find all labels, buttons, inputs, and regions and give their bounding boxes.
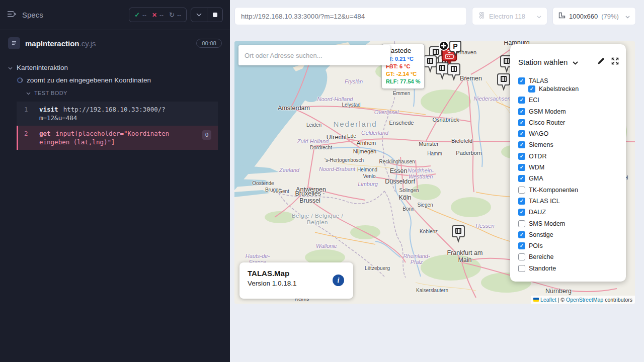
specs-menu-icon[interactable] bbox=[7, 11, 17, 20]
spec-file-row[interactable]: mapInteraction.cy.js 00:08 bbox=[0, 30, 230, 56]
command-message: getinput[placeholder="Koordinaten eingeb… bbox=[39, 129, 201, 146]
layer-item-wdm[interactable]: ✓WDM bbox=[518, 163, 626, 171]
layer-item-standorte[interactable]: Standorte bbox=[518, 264, 626, 273]
checkbox-unchecked[interactable] bbox=[518, 187, 525, 194]
chevron-down-icon[interactable] bbox=[573, 58, 578, 67]
panel-title: Station wählen bbox=[518, 58, 568, 66]
spec-duration-badge: 00:08 bbox=[196, 39, 222, 48]
checkbox-unchecked[interactable] bbox=[518, 265, 525, 272]
checkbox-checked[interactable]: ✓ bbox=[518, 119, 525, 126]
station-marker-icon[interactable] bbox=[451, 225, 466, 245]
checkbox-checked[interactable]: ✓ bbox=[518, 175, 525, 182]
run-controls bbox=[191, 8, 223, 22]
layer-label: GMA bbox=[529, 175, 543, 182]
collapse-chevron-button[interactable] bbox=[191, 8, 207, 22]
checkbox-checked[interactable]: ✓ bbox=[518, 153, 525, 160]
layer-item-dauz[interactable]: ✓DAUZ bbox=[518, 208, 626, 216]
expand-icon[interactable] bbox=[611, 57, 619, 67]
viewport-select[interactable]: 1000x660 (79%) bbox=[552, 7, 636, 25]
checkbox-checked[interactable]: ✓ bbox=[528, 85, 535, 93]
cypress-reporter-sidebar: Specs ✓-- ✕-- ↻-- mapInteraction.cy.js 0… bbox=[0, 0, 230, 362]
test-stats: ✓-- ✕-- ↻-- bbox=[129, 8, 187, 22]
layer-item-gsm-modem[interactable]: ✓GSM Modem bbox=[518, 108, 626, 116]
layer-label: Cisco Router bbox=[529, 119, 565, 126]
panel-header: Station wählen bbox=[518, 57, 626, 67]
info-icon[interactable]: i bbox=[333, 275, 344, 286]
chevron-down-icon bbox=[625, 13, 630, 20]
browser-label: Electron 118 bbox=[489, 13, 525, 20]
layer-item-siemens[interactable]: ✓Siemens bbox=[518, 141, 626, 149]
layer-label: WAGO bbox=[529, 130, 548, 137]
checkbox-checked[interactable]: ✓ bbox=[518, 209, 525, 216]
checkbox-checked[interactable]: ✓ bbox=[518, 130, 525, 137]
map-search-input[interactable] bbox=[238, 45, 390, 65]
layer-label: Standorte bbox=[529, 265, 556, 272]
checkbox-checked[interactable]: ✓ bbox=[518, 242, 525, 249]
checkbox-checked[interactable]: ✓ bbox=[518, 108, 525, 115]
checkbox-checked[interactable]: ✓ bbox=[518, 97, 525, 104]
tooltip-value-row: RLF: 77.54 % bbox=[386, 78, 420, 85]
layer-label: TALAS ICL bbox=[529, 198, 560, 205]
pending-refresh-icon: ↻ bbox=[169, 11, 175, 19]
test-body-section[interactable]: TEST BODY bbox=[0, 86, 230, 100]
tooltip-station-name: Rastede bbox=[386, 47, 420, 54]
layer-checkbox-list: ✓TALAS✓Kabelstrecken✓ECI✓GSM Modem✓Cisco… bbox=[518, 77, 626, 273]
layer-label: OTDR bbox=[529, 153, 546, 160]
osm-link[interactable]: OpenStreetMap bbox=[566, 297, 603, 303]
layer-label: TK-Komponenten bbox=[529, 187, 578, 194]
plus-marker-icon[interactable] bbox=[438, 41, 449, 53]
layer-item-sonstige[interactable]: ✓Sonstige bbox=[518, 231, 626, 239]
layer-item-talas-icl[interactable]: ✓TALAS ICL bbox=[518, 197, 626, 205]
layer-label: TALAS bbox=[529, 77, 548, 84]
layer-item-gma[interactable]: ✓GMA bbox=[518, 174, 626, 183]
layer-label: Bereiche bbox=[529, 253, 553, 260]
test-tree: Karteninteraktion zoomt zu den eingegebe… bbox=[0, 56, 230, 150]
browser-select[interactable]: Electron 118 bbox=[472, 7, 547, 25]
test-row[interactable]: zoomt zu den eingegebenen Koordinaten bbox=[0, 74, 230, 86]
leaflet-link[interactable]: Leaflet bbox=[540, 297, 556, 303]
command-number: 2 bbox=[24, 129, 39, 146]
command-row-get[interactable]: 2getinput[placeholder="Koordinaten einge… bbox=[17, 126, 218, 150]
layer-item-sms-modem[interactable]: SMS Modem bbox=[518, 220, 626, 228]
checkbox-checked[interactable]: ✓ bbox=[518, 198, 525, 205]
url-input[interactable] bbox=[234, 7, 467, 25]
checkbox-checked[interactable]: ✓ bbox=[518, 164, 525, 171]
command-count-badge: 0 bbox=[202, 130, 211, 140]
layer-label: ECI bbox=[529, 97, 539, 104]
stop-button[interactable] bbox=[207, 8, 222, 22]
command-number: 1 bbox=[24, 105, 39, 122]
aut-panel: Electron 118 1000x660 (79%) bbox=[230, 0, 644, 362]
layer-item-cisco-router[interactable]: ✓Cisco Router bbox=[518, 119, 626, 127]
spec-file-icon bbox=[8, 37, 20, 49]
tooltip-value-row: LT: 0.21 °C bbox=[386, 55, 420, 63]
stop-icon bbox=[213, 13, 217, 17]
layer-item-wago[interactable]: ✓WAGO bbox=[518, 130, 626, 138]
layer-item-tk-komponenten[interactable]: TK-Komponenten bbox=[518, 186, 626, 194]
checkbox-checked[interactable]: ✓ bbox=[518, 77, 525, 84]
checkbox-checked[interactable]: ✓ bbox=[518, 231, 525, 238]
layer-item-kabelstrecken[interactable]: ✓Kabelstrecken bbox=[518, 85, 626, 93]
viewport-ruler-icon bbox=[558, 12, 566, 20]
p-marker-icon[interactable]: P bbox=[449, 41, 462, 58]
edit-pencil-icon[interactable] bbox=[597, 57, 605, 67]
layer-label: WDM bbox=[529, 164, 544, 171]
station-marker-icon[interactable] bbox=[496, 73, 511, 93]
chevron-down-icon bbox=[537, 13, 541, 20]
layer-item-bereiche[interactable]: Bereiche bbox=[518, 253, 626, 261]
command-row-visit[interactable]: 1visithttp://192.168.10.33:3000/?m=12&u=… bbox=[17, 102, 218, 126]
stat-pending: ↻-- bbox=[169, 11, 181, 19]
test-body-label: TEST BODY bbox=[34, 90, 67, 96]
viewport-zoom: (79%) bbox=[601, 13, 619, 20]
stat-failed: ✕-- bbox=[152, 12, 164, 19]
version-card: TALAS.Map Version 1.0.18.1 i bbox=[239, 262, 353, 299]
checkbox-unchecked[interactable] bbox=[518, 253, 525, 260]
layer-item-otdr[interactable]: ✓OTDR bbox=[518, 152, 626, 160]
suite-row[interactable]: Karteninteraktion bbox=[0, 61, 230, 74]
layer-label: Sonstige bbox=[529, 231, 553, 238]
checkbox-unchecked[interactable] bbox=[518, 220, 525, 227]
layer-item-eci[interactable]: ✓ECI bbox=[518, 96, 626, 104]
checkbox-checked[interactable]: ✓ bbox=[518, 141, 525, 148]
layer-item-pois[interactable]: ✓POIs bbox=[518, 242, 626, 250]
layer-item-talas[interactable]: ✓TALAS bbox=[518, 77, 626, 85]
leaflet-map[interactable]: HamburgBremerhavenBremenEmmenLelystadAms… bbox=[234, 41, 635, 304]
